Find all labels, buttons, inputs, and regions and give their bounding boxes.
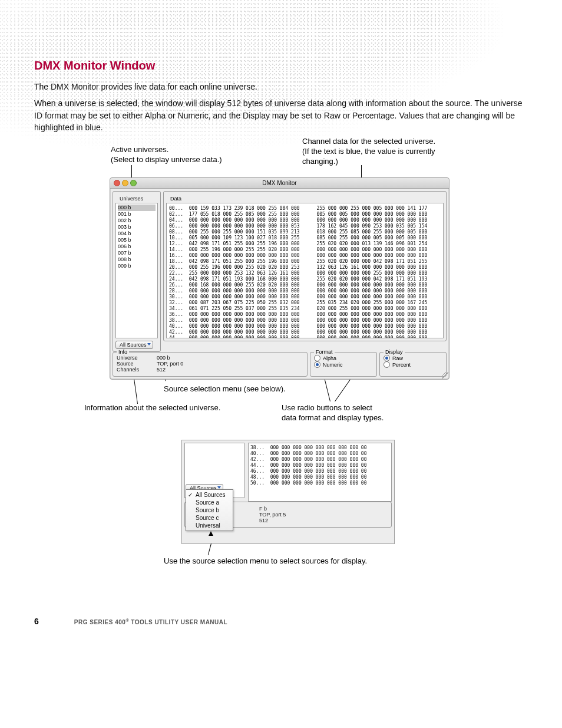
source-menu-item[interactable]: Source c xyxy=(186,514,233,522)
chevron-down-icon xyxy=(147,343,151,345)
chevron-down-icon xyxy=(217,486,221,489)
universe-item[interactable]: 006 b xyxy=(118,243,156,250)
annotation-info: Information about the selected universe. xyxy=(84,403,220,413)
window-titlebar: DMX Monitor xyxy=(110,178,449,189)
source-menu-item[interactable]: Universal xyxy=(186,522,233,529)
annotation-data: Channel data for the selected universe. … xyxy=(302,137,435,167)
source-menu[interactable]: All SourcesSource aSource bSource cUnive… xyxy=(186,489,233,531)
universe-item[interactable]: 009 b xyxy=(118,263,156,269)
close-icon[interactable] xyxy=(114,180,120,186)
universe-item[interactable]: 008 b xyxy=(118,256,156,263)
zoom-icon[interactable] xyxy=(130,180,137,186)
annotation-menu: Use the source selection menu to select … xyxy=(164,556,367,566)
dmx-monitor-window: DMX Monitor Universes 000 b001 b002 b003… xyxy=(110,177,449,380)
universe-item[interactable]: 000 b xyxy=(118,205,156,211)
group-data-label: Data xyxy=(168,196,183,202)
annotation-src-menu: Source selection menu (see below). xyxy=(164,384,286,394)
radio-numeric[interactable]: Numeric xyxy=(314,361,373,368)
annotation-radio: Use radio buttons to select data format … xyxy=(282,403,384,423)
info-box: Info Universe000 b SourceTOP, port 0 Cha… xyxy=(113,352,308,377)
universe-item[interactable]: 001 b xyxy=(118,211,156,218)
universe-item[interactable]: 004 b xyxy=(118,230,156,237)
page-number: 6 xyxy=(34,617,39,626)
section-heading: DMX Monitor Window xyxy=(34,59,528,73)
universe-item[interactable]: 002 b xyxy=(118,218,156,224)
universe-item[interactable]: 005 b xyxy=(118,237,156,243)
source-menu-item[interactable]: All Sources xyxy=(186,491,233,499)
universe-item[interactable]: 003 b xyxy=(118,224,156,230)
radio-raw[interactable]: Raw xyxy=(384,355,442,361)
intro-paragraph-2: When a universe is selected, the window … xyxy=(34,97,528,133)
radio-alpha[interactable]: Alpha xyxy=(314,355,373,361)
display-box: Display Raw Percent xyxy=(379,352,447,377)
minimize-icon[interactable] xyxy=(122,180,128,186)
universe-item[interactable]: 007 b xyxy=(118,250,156,256)
dmx-monitor-crop: All Sources All SourcesSource aSource bS… xyxy=(181,440,395,544)
format-box: Format Alpha Numeric xyxy=(310,352,377,377)
page-footer: 6 PRG SERIES 400® TOOLS UTILITY USER MAN… xyxy=(34,617,528,626)
intro-paragraph-1: The DMX Monitor provides live data for e… xyxy=(34,81,528,93)
source-menu-item[interactable]: Source b xyxy=(186,506,233,514)
source-select-button[interactable]: All Sources xyxy=(115,341,153,349)
resize-handle-icon[interactable] xyxy=(441,371,448,378)
source-menu-item[interactable]: Source a xyxy=(186,499,233,506)
group-universes-label: Universes xyxy=(118,196,145,202)
universes-list[interactable]: 000 b001 b002 b003 b004 b005 b006 b007 b… xyxy=(115,203,158,338)
radio-percent[interactable]: Percent xyxy=(384,361,442,368)
annotation-universes: Active universes. (Select to display uni… xyxy=(111,145,222,165)
data-panel-crop: 38... 000 000 000 000 000 000 000 000 00… xyxy=(248,443,392,502)
data-panel: 00... 000 159 033 173 239 018 000 255 08… xyxy=(166,203,444,338)
window-title: DMX Monitor xyxy=(262,180,296,186)
